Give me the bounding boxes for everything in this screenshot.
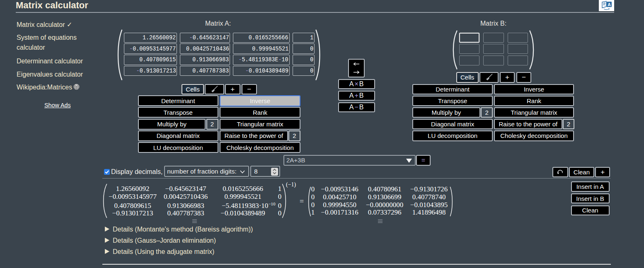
svg-text:A: A <box>608 2 611 7</box>
